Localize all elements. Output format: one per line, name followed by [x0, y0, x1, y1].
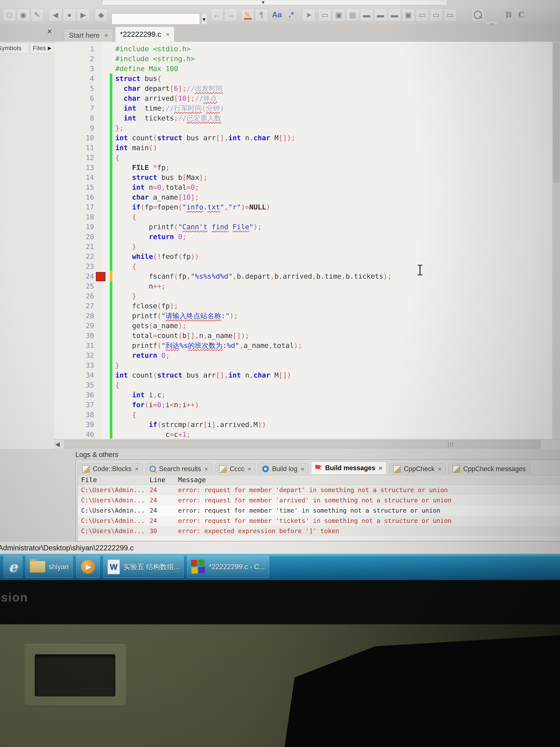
horizontal-scrollbar[interactable]: ◀ ||| — [54, 439, 560, 449]
editor-tab-start-here[interactable]: Start here× — [64, 29, 113, 42]
code-line-4[interactable]: 4struct bus{ — [54, 74, 560, 83]
code-line-24[interactable]: 24 fscanf(fp,"%s%s%d%d",b.depart,b.arriv… — [54, 271, 560, 281]
log-tab-cppcheck-messages[interactable]: CppCheck messages — [448, 463, 530, 474]
window-icon-4[interactable]: ▬ — [360, 8, 373, 21]
window-icon-3[interactable]: ▤ — [346, 8, 359, 21]
vertical-scroll-thumb[interactable] — [553, 43, 559, 182]
window-icon-1[interactable]: ▭ — [318, 8, 331, 21]
code-line-37[interactable]: 37 for(i=0;i<n;i++) — [54, 400, 560, 410]
horizontal-scroll-thumb[interactable] — [64, 440, 541, 448]
code-line-27[interactable]: 27 fclose(fp); — [54, 301, 560, 311]
caret-select-icon[interactable]: ¶ — [255, 8, 268, 21]
window-icon-10[interactable]: ▭ — [444, 8, 456, 21]
code-line-29[interactable]: 29 gets(a_name); — [54, 321, 560, 331]
window-icon-5[interactable]: ▬ — [374, 8, 387, 21]
build-message-row-3[interactable]: C:\Users\Admin...24error: request for me… — [78, 505, 560, 516]
code-line-6[interactable]: 6 char arrived[10];//终点 — [54, 93, 560, 103]
step-forward-icon[interactable]: ▶ — [77, 8, 90, 21]
code-line-33[interactable]: 33} — [54, 360, 560, 370]
tab-scroll-arrow-icon[interactable]: ▶ — [48, 45, 51, 51]
tab-close-icon[interactable]: × — [135, 465, 138, 472]
code-line-11[interactable]: 11int main() — [54, 143, 560, 153]
record-icon[interactable]: ◉ — [17, 8, 30, 21]
build-message-row-1[interactable]: C:\Users\Admin...24error: request for me… — [78, 485, 560, 495]
window-icon-8[interactable]: ▭ — [416, 8, 429, 21]
code-line-1[interactable]: 1#include <stdio.h> — [54, 44, 560, 54]
tab-close-icon[interactable]: × — [301, 465, 304, 472]
log-tab-build-log[interactable]: Build log× — [258, 463, 309, 474]
code-line-31[interactable]: 31 printf("到达%s的班次数为:%d",a_name,total); — [54, 340, 560, 351]
column-header-message[interactable]: Message — [173, 475, 560, 485]
toolbar-search-combobox[interactable]: ▼ — [112, 14, 200, 26]
log-tab-cccc[interactable]: Cccc× — [215, 463, 256, 474]
code-line-12[interactable]: 12{ — [54, 153, 560, 162]
editor-tab--22222299-c[interactable]: *22222299.c× — [115, 27, 175, 42]
code-line-5[interactable]: 5 char depart[6];//出发时间 — [54, 83, 560, 93]
taskbar-item-word[interactable]: W实验五 结构数组... — [103, 556, 184, 578]
code-line-8[interactable]: 8 int tickets;//已定票人数 — [54, 113, 560, 123]
taskbar-item-ie[interactable]: e — [4, 556, 22, 578]
code-line-18[interactable]: 18 { — [54, 212, 560, 222]
column-header-line[interactable]: Line — [147, 475, 173, 485]
code-line-13[interactable]: 13 FILE *fp; — [54, 162, 560, 173]
tab-close-icon[interactable]: × — [205, 465, 208, 472]
cursor-arrow-icon[interactable]: ➤ — [302, 8, 315, 21]
paste-icon[interactable]: □ — [3, 8, 16, 21]
code-line-21[interactable]: 21 } — [54, 242, 560, 252]
code-line-35[interactable]: 35{ — [54, 380, 560, 390]
regex-button[interactable]: .* — [285, 8, 298, 21]
code-line-36[interactable]: 36 int i,c; — [54, 390, 560, 400]
tab-close-icon[interactable]: × — [104, 32, 108, 39]
code-line-7[interactable]: 7 int time;//行车时间(分钟) — [54, 103, 560, 113]
tab-files[interactable]: Files ▶ — [30, 43, 54, 53]
taskbar-item-player[interactable]: ▶ — [76, 556, 100, 578]
log-tab-search-results[interactable]: Search results× — [145, 463, 212, 474]
zoom-in-icon[interactable] — [472, 8, 484, 21]
code-line-2[interactable]: 2#include <string.h> — [54, 54, 560, 64]
scroll-left-arrow-icon[interactable]: ◀ — [55, 441, 60, 448]
code-line-39[interactable]: 39 if(strcmp(arr[i].arrived,M)) — [54, 420, 560, 430]
abort-icon[interactable]: ◆ — [95, 8, 108, 21]
tab-close-icon[interactable]: × — [379, 464, 382, 472]
search-input[interactable] — [112, 14, 201, 25]
code-editor[interactable]: 1#include <stdio.h>2#include <string.h>3… — [54, 42, 560, 449]
code-line-23[interactable]: 23 { — [54, 261, 560, 271]
code-line-15[interactable]: 15 int n=0,total=0; — [54, 182, 560, 192]
forward-arrow-icon[interactable]: → — [224, 8, 237, 21]
tab-close-icon[interactable]: × — [166, 31, 169, 38]
step-back-icon[interactable]: ◀ — [49, 8, 62, 21]
window-icon-7[interactable]: ▣ — [402, 8, 415, 21]
build-message-row-5[interactable]: C:\Users\Admin...30error: expected expre… — [78, 526, 560, 536]
code-line-20[interactable]: 20 return 0; — [54, 232, 560, 242]
code-line-30[interactable]: 30 total=count(b[],n,a_name[]); — [54, 331, 560, 340]
code-line-10[interactable]: 10int count(struct bus arr[],int n,char … — [54, 133, 560, 143]
code-line-17[interactable]: 17 if(fp=fopen("info.txt","r")=NULL) — [54, 202, 560, 212]
log-tab-build-messages[interactable]: Build messages× — [311, 462, 386, 474]
vertical-scrollbar[interactable] — [553, 42, 560, 439]
code-line-38[interactable]: 38 { — [54, 410, 560, 420]
code-line-9[interactable]: 9}; — [54, 123, 560, 133]
tab-symbols[interactable]: Symbols — [0, 43, 29, 53]
code-line-34[interactable]: 34int count(struct bus arr[],int n,char … — [54, 370, 560, 380]
code-line-25[interactable]: 25 n++; — [54, 281, 560, 291]
highlight-pen-icon[interactable]: ✎ — [241, 8, 254, 21]
build-message-row-4[interactable]: C:\Users\Admin...24error: request for me… — [78, 516, 560, 526]
code-line-19[interactable]: 19 printf("Cann't find File"); — [54, 222, 560, 232]
code-line-22[interactable]: 22 while(!feof(fp)) — [54, 252, 560, 261]
close-left-panel-icon[interactable]: × — [45, 27, 54, 36]
tools-icon[interactable]: ✎ — [31, 8, 44, 21]
run-dot-icon[interactable]: ● — [63, 8, 76, 21]
window-icon-6[interactable]: ▬ — [388, 8, 401, 21]
window-icon-9[interactable]: ▭ — [430, 8, 443, 21]
log-tab-cppcheck[interactable]: CppCheck× — [389, 463, 446, 474]
tab-close-icon[interactable]: × — [438, 465, 442, 472]
tab-close-icon[interactable]: × — [248, 465, 251, 472]
column-header-file[interactable]: File — [78, 475, 147, 485]
code-line-28[interactable]: 28 printf("请输入终点站名称:"); — [54, 311, 560, 321]
back-arrow-icon[interactable]: ← — [210, 8, 223, 21]
match-case-button[interactable]: Aa — [270, 8, 283, 21]
code-line-3[interactable]: 3#define Max 100 — [54, 64, 560, 74]
taskbar-item-folder[interactable]: shiyan — [26, 556, 73, 578]
code-line-16[interactable]: 16 char a_name[10]; — [54, 192, 560, 202]
log-tab-code-blocks[interactable]: Code::Blocks× — [78, 463, 143, 474]
